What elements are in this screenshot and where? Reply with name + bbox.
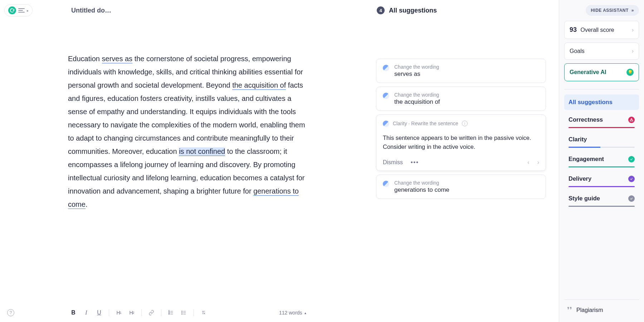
filter-style-guide[interactable]: Style guide — [564, 191, 639, 208]
check-icon — [628, 156, 635, 162]
app-menu-pill[interactable]: ▸ — [4, 4, 33, 16]
menu-icon — [18, 8, 25, 13]
suggestion-target: the acquisition of — [394, 98, 440, 106]
svg-point-11 — [182, 314, 182, 314]
underline-button[interactable]: U — [94, 307, 104, 318]
generative-ai-card[interactable]: Generative AI 💡 — [564, 63, 639, 81]
quotes-icon: ❜❜ — [567, 306, 572, 315]
underline-serves-as[interactable]: serves as — [102, 55, 133, 63]
document-title[interactable]: Untitled docum… — [71, 7, 114, 14]
overall-score-card[interactable]: 93 Overall score › — [564, 21, 639, 39]
goals-card[interactable]: Goals › — [564, 43, 639, 60]
format-toolbar: B I U H1 H2 123 112 words ▴ — [0, 303, 366, 322]
suggestion-card[interactable]: Change the wording the acquisition of — [376, 87, 546, 111]
check-icon — [628, 176, 635, 182]
clarity-dot-icon — [383, 121, 389, 127]
h2-button[interactable]: H2 — [126, 307, 137, 318]
filter-engagement[interactable]: Engagement — [564, 151, 639, 169]
clear-formatting-button[interactable] — [198, 307, 209, 318]
svg-point-10 — [182, 312, 182, 313]
plagiarism-button[interactable]: ❜❜ Plagiarism — [564, 299, 639, 322]
svg-point-9 — [182, 311, 182, 312]
grammarly-logo-icon — [8, 6, 16, 14]
more-options-button[interactable]: ••• — [411, 159, 419, 166]
chevron-right-icon: ▸ — [27, 9, 29, 13]
underline-acquisition-of[interactable]: the acquisition of — [232, 81, 286, 90]
h1-button[interactable]: H1 — [113, 307, 124, 318]
toolbar-separator — [161, 309, 161, 316]
next-suggestion-button[interactable]: › — [537, 159, 539, 166]
editor-canvas[interactable]: Education serves as the cornerstone of s… — [0, 21, 366, 322]
lightbulb-icon: 💡 — [626, 69, 634, 76]
dismiss-button[interactable]: Dismiss — [383, 159, 403, 166]
filter-all-suggestions[interactable]: All suggestions — [564, 94, 639, 110]
highlight-is-not-confined[interactable]: is not confined — [179, 147, 225, 156]
chevron-right-icon: › — [632, 27, 634, 33]
suggestion-target: generations to come — [394, 186, 449, 194]
prev-suggestion-button[interactable]: ‹ — [527, 159, 529, 166]
numbered-list-button[interactable]: 123 — [166, 307, 176, 318]
toolbar-separator — [109, 309, 109, 316]
suggestion-hint: Change the wording — [394, 64, 439, 70]
suggestion-hint: Change the wording — [394, 180, 449, 186]
bold-button[interactable]: B — [68, 307, 79, 318]
info-icon[interactable]: i — [462, 121, 468, 126]
clarity-dot-icon — [383, 181, 389, 187]
chevron-right-icon: › — [632, 48, 634, 54]
editor-text: facts and figures, education fosters cre… — [68, 81, 305, 155]
suggestions-title: All suggestions — [389, 7, 437, 14]
editor-text: Education — [68, 55, 102, 63]
suggestion-target: serves as — [394, 70, 439, 78]
bulleted-list-button[interactable] — [179, 307, 189, 318]
chevron-double-right-icon: » — [631, 8, 634, 13]
filter-correctness[interactable]: Correctness — [564, 112, 639, 130]
suggestion-hint: Change the wording — [394, 92, 440, 98]
suggestion-count-badge: 4 — [377, 6, 385, 14]
filter-clarity[interactable]: Clarity — [564, 132, 639, 149]
suggestion-card[interactable]: Change the wording generations to come — [376, 175, 546, 199]
clarity-dot-icon — [383, 93, 389, 99]
link-button[interactable] — [146, 307, 157, 318]
toolbar-separator — [194, 309, 194, 316]
hide-assistant-button[interactable]: HIDE ASSISTANT » — [586, 5, 639, 16]
check-icon — [628, 195, 635, 202]
alert-icon — [628, 117, 635, 123]
editor-text: . — [86, 200, 88, 208]
suggestion-card-expanded[interactable]: Clarity · Rewrite the sentence i This se… — [376, 114, 546, 171]
rail-divider — [564, 89, 639, 89]
svg-text:3: 3 — [169, 313, 170, 315]
suggestion-explanation: This sentence appears to be written in t… — [383, 132, 539, 151]
italic-button[interactable]: I — [81, 307, 92, 318]
suggestion-category: Clarity · Rewrite the sentence — [393, 121, 458, 126]
score-label: Overall score — [579, 27, 614, 33]
word-count[interactable]: 112 words ▴ — [279, 310, 306, 316]
filter-delivery[interactable]: Delivery — [564, 171, 639, 189]
chevron-up-icon: ▴ — [304, 311, 306, 315]
clarity-dot-icon — [383, 65, 389, 71]
score-value: 93 — [570, 26, 577, 33]
suggestion-card[interactable]: Change the wording serves as — [376, 59, 546, 83]
toolbar-separator — [141, 309, 142, 316]
